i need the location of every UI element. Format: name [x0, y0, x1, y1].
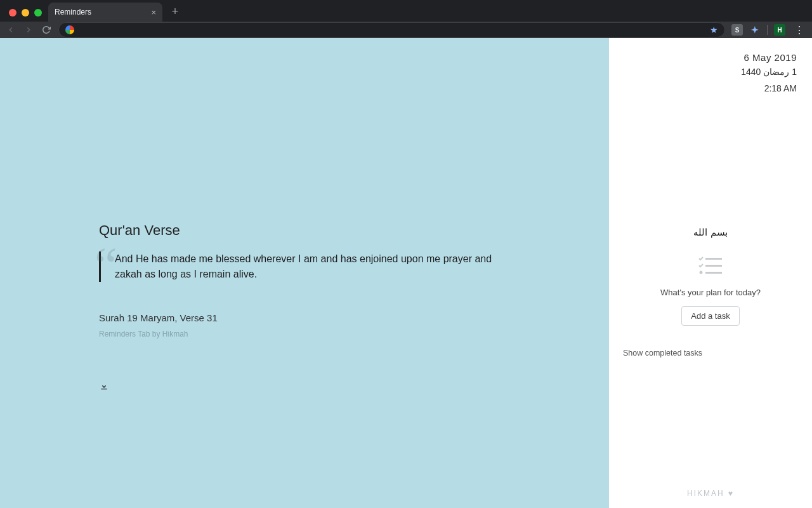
browser-chrome: Reminders × + ★ S ✦ H ⋮: [0, 0, 812, 38]
svg-rect-0: [705, 258, 722, 260]
new-tab-button[interactable]: +: [166, 3, 184, 20]
google-icon: [65, 25, 74, 34]
hijri-date: 1 رمضان 1440: [609, 67, 797, 77]
tab-title: Reminders: [55, 8, 91, 17]
verse-quote: “ And He has made me blessed wherever I …: [99, 251, 505, 282]
address-input[interactable]: [79, 25, 705, 35]
close-window-button[interactable]: [9, 9, 16, 17]
date-block: 6 May 2019 1 رمضان 1440 2:18 AM: [609, 38, 812, 93]
svg-rect-3: [705, 272, 722, 274]
svg-rect-1: [705, 265, 722, 267]
verse-block: Qur'an Verse “ And He has made me blesse…: [99, 222, 505, 338]
show-completed-link[interactable]: Show completed tasks: [623, 349, 702, 358]
current-time: 2:18 AM: [609, 83, 797, 93]
quote-mark-icon: “: [95, 240, 117, 291]
bookmark-star-icon[interactable]: ★: [710, 25, 718, 35]
omnibox[interactable]: ★: [58, 22, 725, 37]
task-prompt: What's your plan for today?: [660, 288, 761, 297]
svg-point-2: [700, 271, 703, 274]
sidebar-panel: 6 May 2019 1 رمضان 1440 2:18 AM بسم الله…: [609, 38, 812, 508]
reload-button[interactable]: [41, 24, 52, 36]
gregorian-date: 6 May 2019: [609, 52, 797, 63]
verse-reference: Surah 19 Maryam, Verse 31: [99, 312, 505, 323]
forward-button[interactable]: [23, 24, 34, 36]
add-task-button[interactable]: Add a task: [681, 306, 739, 326]
checklist-icon: [698, 256, 723, 279]
tab-strip: Reminders × +: [0, 0, 812, 22]
sidebar-footer: HIKMAH ♥: [609, 489, 812, 498]
verse-heading: Qur'an Verse: [99, 222, 505, 239]
minimize-window-button[interactable]: [22, 9, 29, 17]
maximize-window-button[interactable]: [34, 9, 42, 17]
footer-brand: HIKMAH: [687, 489, 724, 498]
browser-menu-button[interactable]: ⋮: [792, 24, 807, 36]
verse-credit: Reminders Tab by Hikmah: [99, 330, 505, 338]
toolbar-divider: [767, 25, 768, 35]
verse-text: And He has made me blessed wherever I am…: [115, 251, 505, 282]
extensions-puzzle-icon[interactable]: ✦: [749, 24, 761, 36]
extension-s-icon[interactable]: S: [731, 24, 743, 36]
close-tab-icon[interactable]: ×: [151, 8, 156, 17]
page-viewport: Qur'an Verse “ And He has made me blesse…: [0, 38, 812, 508]
download-button[interactable]: [99, 381, 109, 394]
window-controls: [5, 9, 48, 22]
tasks-section: بسم الله What's your plan for today? Add…: [609, 227, 812, 326]
browser-toolbar: ★ S ✦ H ⋮: [0, 22, 812, 38]
back-button[interactable]: [5, 24, 16, 36]
browser-tab[interactable]: Reminders ×: [48, 3, 162, 22]
bismillah-text: بسم الله: [693, 227, 727, 238]
main-panel: Qur'an Verse “ And He has made me blesse…: [0, 38, 609, 508]
profile-avatar-icon[interactable]: H: [774, 24, 785, 36]
heart-icon: ♥: [728, 489, 734, 498]
